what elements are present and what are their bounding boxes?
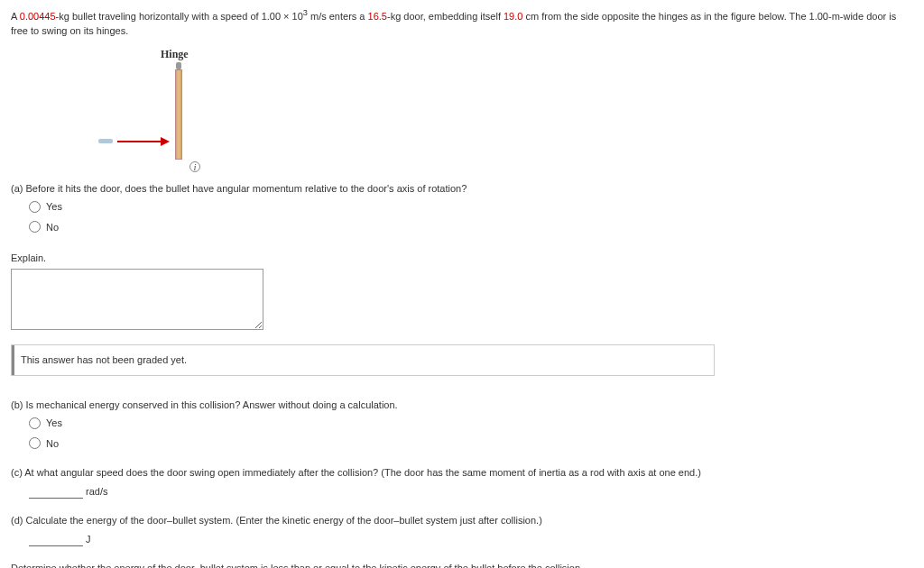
bullet-shape [98,139,113,143]
door-shape [175,69,182,160]
question-a: (a) Before it hits the door, does the bu… [11,181,913,235]
explain-label: Explain. [11,251,913,266]
unit-rads: rad/s [86,486,107,497]
hinge-label: Hinge [161,46,189,62]
radio-qa-yes[interactable] [29,201,41,213]
input-angular-speed[interactable] [29,485,83,499]
label-no: No [46,436,59,452]
explain-textarea[interactable] [11,269,263,330]
label-yes: Yes [46,416,62,431]
radio-qb-yes[interactable] [29,417,41,429]
value-door-mass: 16.5 [368,11,387,22]
question-a-text: (a) Before it hits the door, does the bu… [11,181,913,197]
figure-door-bullet: Hinge i [29,46,245,172]
hinge-icon [176,62,181,69]
problem-statement: A 0.00445-kg bullet traveling horizontal… [11,7,913,39]
question-c-text: (c) At what angular speed does the door … [11,465,913,481]
label-no: No [46,220,59,235]
question-b-text: (b) Is mechanical energy conserved in th… [11,398,913,413]
question-e: Determine whether the energy of the door… [11,561,913,568]
question-d-text: (d) Calculate the energy of the door–bul… [11,513,913,528]
radio-qa-no[interactable] [29,221,41,233]
question-c: (c) At what angular speed does the door … [11,465,913,499]
question-e-text: Determine whether the energy of the door… [11,561,913,568]
question-b: (b) Is mechanical energy conserved in th… [11,398,913,452]
unit-joules: J [86,534,91,545]
value-bullet-mass: 0.00445 [20,11,56,22]
label-yes: Yes [46,199,62,215]
question-d: (d) Calculate the energy of the door–bul… [11,513,913,546]
info-icon[interactable]: i [189,161,200,172]
grading-status: This answer has not been graded yet. [11,344,715,376]
radio-qb-no[interactable] [29,437,41,449]
input-energy[interactable] [29,533,83,546]
value-distance: 19.0 [504,11,522,22]
